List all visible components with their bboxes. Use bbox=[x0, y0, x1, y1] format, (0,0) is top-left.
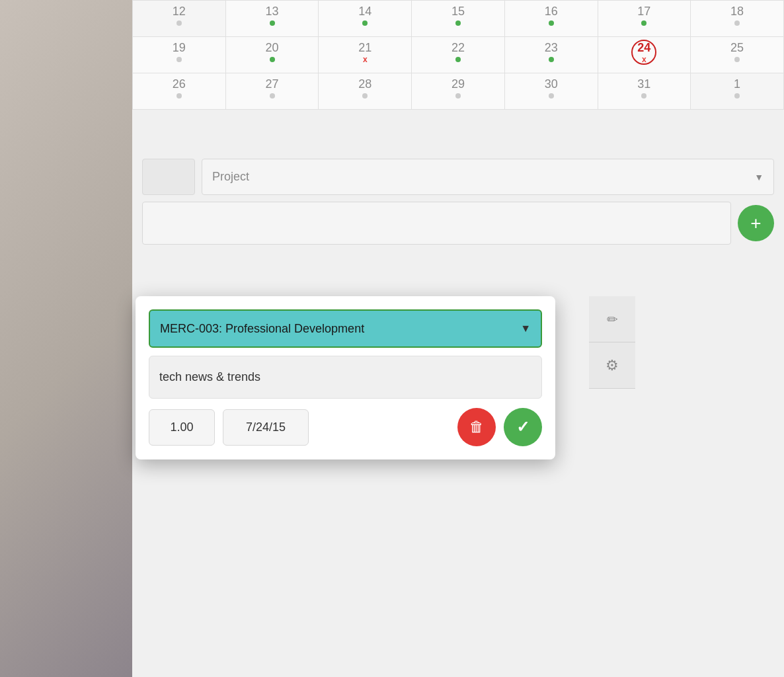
day-number: 14 bbox=[319, 5, 411, 19]
calendar-cell[interactable]: 20 bbox=[225, 37, 319, 73]
day-dot bbox=[455, 20, 461, 26]
day-dot: x bbox=[362, 57, 368, 62]
day-number: 25 bbox=[691, 41, 783, 55]
calendar-cell[interactable]: 26 bbox=[133, 73, 226, 110]
day-number: 19 bbox=[133, 41, 225, 55]
date-input[interactable]: 7/24/15 bbox=[223, 409, 309, 446]
popup-task-input[interactable]: tech news & trends bbox=[149, 356, 542, 399]
calendar-cell[interactable]: 22 bbox=[412, 37, 505, 73]
day-dot bbox=[549, 57, 554, 62]
calendar-cell[interactable]: 31 bbox=[598, 73, 691, 110]
day-dot bbox=[641, 20, 647, 26]
day-number: 13 bbox=[226, 5, 319, 19]
task-input-field[interactable] bbox=[142, 202, 731, 245]
trash-icon: 🗑 bbox=[469, 418, 484, 436]
day-number: 29 bbox=[412, 77, 504, 91]
day-dot bbox=[270, 20, 275, 26]
confirm-button[interactable]: ✓ bbox=[504, 408, 542, 446]
popup-project-value: MERC-003: Professional Development bbox=[160, 322, 364, 336]
day-dot bbox=[176, 57, 182, 62]
calendar-cell[interactable]: 13 bbox=[225, 1, 319, 37]
calendar-cell[interactable]: 30 bbox=[504, 73, 598, 110]
color-picker-box[interactable] bbox=[142, 159, 195, 195]
dropdown-arrow-icon: ▼ bbox=[754, 172, 764, 182]
day-number: 26 bbox=[133, 77, 225, 91]
task-input-row: + bbox=[142, 202, 774, 245]
checkmark-icon: ✓ bbox=[516, 418, 529, 436]
calendar-cell[interactable]: 29 bbox=[412, 73, 505, 110]
day-dot bbox=[270, 57, 275, 62]
side-buttons-panel: ✏ ⚙ bbox=[589, 296, 635, 389]
day-dot bbox=[734, 20, 740, 26]
day-number: 21 bbox=[319, 41, 411, 55]
day-number: 22 bbox=[412, 41, 504, 55]
calendar-cell[interactable]: 24x bbox=[598, 37, 691, 73]
calendar-cell[interactable]: 27 bbox=[225, 73, 319, 110]
gear-icon: ⚙ bbox=[606, 357, 619, 374]
day-number: 16 bbox=[505, 5, 598, 19]
day-dot bbox=[455, 57, 461, 62]
day-dot bbox=[734, 93, 740, 99]
hours-input[interactable]: 1.00 bbox=[149, 409, 215, 446]
project-dropdown-label: Project bbox=[212, 170, 249, 184]
day-number: 30 bbox=[505, 77, 598, 91]
day-number: 18 bbox=[691, 5, 783, 19]
day-dot bbox=[362, 20, 368, 26]
popup-project-dropdown[interactable]: MERC-003: Professional Development ▼ bbox=[149, 309, 542, 348]
popup-dropdown-arrow-icon: ▼ bbox=[520, 323, 531, 335]
pencil-button[interactable]: ✏ bbox=[589, 296, 635, 342]
plus-icon: + bbox=[750, 214, 761, 233]
hours-value: 1.00 bbox=[170, 420, 193, 434]
delete-button[interactable]: 🗑 bbox=[457, 408, 496, 446]
day-number: 31 bbox=[598, 77, 691, 91]
calendar-grid: 12131415161718192021x222324x252627282930… bbox=[132, 0, 784, 110]
day-dot bbox=[641, 93, 647, 99]
day-dot bbox=[549, 20, 554, 26]
calendar-cell[interactable]: 14 bbox=[319, 1, 412, 37]
day-number: 1 bbox=[691, 77, 783, 91]
project-row: Project ▼ bbox=[142, 159, 774, 195]
day-number: 20 bbox=[226, 41, 319, 55]
calendar-cell[interactable]: 16 bbox=[504, 1, 598, 37]
day-number: 17 bbox=[598, 5, 691, 19]
calendar-cell[interactable]: 15 bbox=[412, 1, 505, 37]
day-dot bbox=[455, 93, 461, 99]
day-dot bbox=[549, 93, 554, 99]
calendar-cell[interactable]: 19 bbox=[133, 37, 226, 73]
calendar-cell[interactable]: 23 bbox=[504, 37, 598, 73]
popup-task-value: tech news & trends bbox=[159, 370, 260, 384]
day-number: 12 bbox=[133, 5, 225, 19]
day-dot bbox=[176, 20, 182, 26]
calendar-area: 12131415161718192021x222324x252627282930… bbox=[132, 0, 784, 110]
day-dot bbox=[176, 93, 182, 99]
calendar-cell[interactable]: 12 bbox=[133, 1, 226, 37]
today-circle bbox=[631, 40, 656, 65]
popup-bottom-row: 1.00 7/24/15 🗑 ✓ bbox=[149, 408, 542, 446]
day-number: 27 bbox=[226, 77, 319, 91]
form-area: Project ▼ + bbox=[132, 152, 784, 251]
day-dot bbox=[734, 57, 740, 62]
date-value: 7/24/15 bbox=[246, 420, 286, 434]
add-button[interactable]: + bbox=[738, 205, 774, 241]
calendar-cell[interactable]: 25 bbox=[691, 37, 784, 73]
entry-popup: MERC-003: Professional Development ▼ tec… bbox=[136, 296, 555, 459]
project-dropdown[interactable]: Project ▼ bbox=[202, 159, 774, 195]
calendar-cell[interactable]: 1 bbox=[691, 73, 784, 110]
day-number: 15 bbox=[412, 5, 504, 19]
day-number: 28 bbox=[319, 77, 411, 91]
day-number: 23 bbox=[505, 41, 598, 55]
pencil-icon: ✏ bbox=[607, 311, 618, 327]
calendar-cell[interactable]: 28 bbox=[319, 73, 412, 110]
calendar-cell[interactable]: 18 bbox=[691, 1, 784, 37]
calendar-cell[interactable]: 21x bbox=[319, 37, 412, 73]
calendar-cell[interactable]: 17 bbox=[598, 1, 691, 37]
day-dot bbox=[362, 93, 368, 99]
gear-button[interactable]: ⚙ bbox=[589, 342, 635, 389]
day-dot bbox=[270, 93, 275, 99]
